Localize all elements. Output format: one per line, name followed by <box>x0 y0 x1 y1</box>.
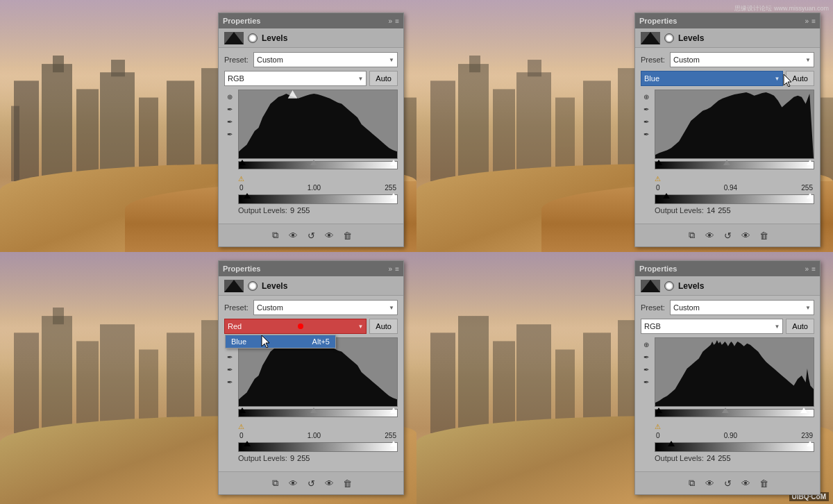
menu-icon-bl[interactable]: ≡ <box>395 265 399 273</box>
svg-rect-23 <box>469 56 480 72</box>
reset-icon-bl[interactable]: ↺ <box>304 476 318 490</box>
properties-panel-tr: Properties » ≡ Levels Preset: Custom <box>634 12 821 247</box>
clip-icon-tr[interactable]: ⧉ <box>684 228 698 242</box>
svg-rect-25 <box>516 72 551 181</box>
svg-rect-5 <box>100 72 135 181</box>
menu-icon-tl[interactable]: ≡ <box>395 17 399 25</box>
expand-icon-tr[interactable]: » <box>805 17 809 25</box>
output-slider-tr[interactable] <box>655 194 814 204</box>
panel-footer-bl: ⧉ 👁 ↺ 👁 🗑 <box>219 471 403 494</box>
channel-arrow-tr: ▼ <box>774 76 780 82</box>
svg-rect-58 <box>458 316 489 433</box>
output-slider-br[interactable] <box>655 442 814 452</box>
warning-row-tl: ⚠ <box>238 175 398 183</box>
svg-rect-43 <box>76 341 99 433</box>
auto-button-bl[interactable]: Auto <box>369 319 398 334</box>
reset-icon-tr[interactable]: ↺ <box>721 228 734 242</box>
levels-title-br: Levels <box>678 281 704 291</box>
channel-row-br: RGB ▼ Auto <box>641 319 814 334</box>
menu-icon-tr[interactable]: ≡ <box>811 17 816 25</box>
target-tool-tr[interactable]: ⊕ <box>641 91 652 102</box>
output-slider-bl[interactable] <box>238 442 398 452</box>
eyedrop1-tl[interactable]: ✒ <box>224 103 235 115</box>
menu-icon-br[interactable]: ≡ <box>811 265 816 273</box>
output-label-br: Output Levels: <box>655 454 704 462</box>
output-label-row-tr: Output Levels: 14 255 <box>655 206 814 215</box>
expand-icon-bl[interactable]: » <box>389 265 393 273</box>
levels-title-tl: Levels <box>262 33 287 43</box>
visibility-icon-tl[interactable]: 👁 <box>286 228 300 242</box>
clip-icon-br[interactable]: ⧉ <box>684 476 698 490</box>
eyedrop3-bl[interactable]: ✒ <box>224 376 235 387</box>
menu-item-blue-bl[interactable]: Blue Alt+5 <box>226 335 335 348</box>
channel-dropdown-tl[interactable]: RGB ▼ <box>224 71 367 86</box>
visibility2-icon-br[interactable]: 👁 <box>739 476 752 490</box>
input-slider-bl[interactable] <box>238 409 398 421</box>
preset-arrow-tl: ▼ <box>389 57 394 63</box>
channel-dropdown-br[interactable]: RGB ▼ <box>641 319 783 334</box>
delete-icon-bl[interactable]: 🗑 <box>340 476 354 490</box>
auto-button-br[interactable]: Auto <box>786 319 814 334</box>
clip-icon-tl[interactable]: ⧉ <box>268 228 282 242</box>
properties-text-bl: Properties <box>223 264 260 273</box>
preset-row-tl: Preset: Custom ▼ <box>224 52 398 67</box>
visibility-icon-br[interactable]: 👁 <box>702 476 716 490</box>
output-label-bl: Output Levels: <box>238 454 287 462</box>
output-label-row-tl: Output Levels: 9 255 <box>238 206 398 215</box>
auto-button-tr[interactable]: Auto <box>786 71 814 86</box>
reset-icon-br[interactable]: ↺ <box>721 476 734 490</box>
input-values-br: 0 0.90 239 <box>655 432 814 439</box>
expand-icon-br[interactable]: » <box>805 265 809 273</box>
reset-icon-tl[interactable]: ↺ <box>304 228 318 242</box>
channel-dropdown-tr[interactable]: Blue ▼ <box>641 71 783 86</box>
hist-wrap-tr: ⚠ 0 0.94 255 <box>655 90 814 217</box>
expand-icon-tl[interactable]: » <box>389 17 393 25</box>
input-slider-br[interactable] <box>655 409 814 421</box>
delete-icon-tr[interactable]: 🗑 <box>757 228 771 242</box>
svg-rect-26 <box>528 60 541 76</box>
channel-arrow-br: ▼ <box>774 324 780 330</box>
delete-icon-tl[interactable]: 🗑 <box>340 228 354 242</box>
cell-bottom-left: Properties » ≡ Levels Preset: Custom <box>0 252 416 504</box>
input-slider-tl[interactable] <box>238 161 398 174</box>
mask-icon-bl <box>248 281 258 291</box>
eyedrop2-br[interactable]: ✒ <box>641 364 652 375</box>
eyedrop1-tr[interactable]: ✒ <box>641 103 652 115</box>
preset-dropdown-tr[interactable]: Custom ▼ <box>670 52 814 67</box>
preset-dropdown-bl[interactable]: Custom ▼ <box>253 300 398 315</box>
panel-title-tl: Properties <box>223 17 260 25</box>
svg-rect-57 <box>430 333 455 433</box>
eyedrop2-tl[interactable]: ✒ <box>224 116 235 127</box>
levels-header-tl: Levels <box>219 28 403 48</box>
target-tool-br[interactable]: ⊕ <box>641 339 652 350</box>
preset-dropdown-tl[interactable]: Custom ▼ <box>253 52 398 67</box>
output-slider-tl[interactable] <box>238 194 398 204</box>
visibility-icon-bl[interactable]: 👁 <box>286 476 300 490</box>
eyedrop3-tr[interactable]: ✒ <box>641 128 652 140</box>
side-tools-tl: ⊕ ✒ ✒ ✒ <box>224 90 235 217</box>
clip-icon-bl[interactable]: ⧉ <box>268 476 282 490</box>
visibility2-icon-tl[interactable]: 👁 <box>322 228 336 242</box>
preset-dropdown-br[interactable]: Custom ▼ <box>670 300 814 315</box>
visibility2-icon-tr[interactable]: 👁 <box>739 228 752 242</box>
svg-rect-42 <box>53 308 64 324</box>
eyedrop2-tr[interactable]: ✒ <box>641 116 652 127</box>
output-label-row-br: Output Levels: 24 255 <box>655 454 814 462</box>
visibility2-icon-bl[interactable]: 👁 <box>322 476 336 490</box>
eyedrop2-bl[interactable]: ✒ <box>224 364 235 375</box>
auto-button-tl[interactable]: Auto <box>369 71 398 86</box>
warning-row-tr: ⚠ <box>655 175 814 183</box>
levels-title-bl: Levels <box>262 281 287 291</box>
eyedrop3-br[interactable]: ✒ <box>641 376 652 387</box>
histogram-bg-tr <box>655 90 814 159</box>
eyedrop1-br[interactable]: ✒ <box>641 351 652 362</box>
hist-wrap-bl: ⚠ 0 1.00 255 <box>238 337 398 464</box>
eyedrop1-bl[interactable]: ✒ <box>224 351 235 362</box>
eyedrop3-tl[interactable]: ✒ <box>224 128 235 140</box>
channel-dropdown-bl[interactable]: Red ▼ Blue Alt+5 <box>224 319 367 334</box>
target-tool-tl[interactable]: ⊕ <box>224 91 235 102</box>
input-slider-tr[interactable] <box>655 161 814 174</box>
visibility-icon-tr[interactable]: 👁 <box>702 228 716 242</box>
delete-icon-br[interactable]: 🗑 <box>757 476 771 490</box>
output-label-row-bl: Output Levels: 9 255 <box>238 454 398 462</box>
